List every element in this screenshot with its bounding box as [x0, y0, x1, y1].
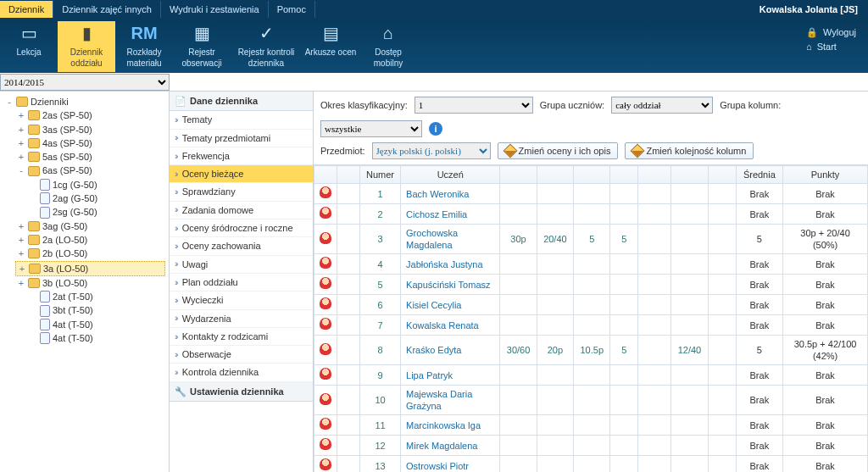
tab-wydruki[interactable]: Wydruki i zestawienia	[161, 1, 269, 18]
home-icon: ⌂	[806, 41, 812, 53]
col-grade	[708, 166, 736, 184]
year-row: 2014/2015	[0, 73, 868, 92]
year-select[interactable]: 2014/2015	[0, 74, 170, 91]
tree-item[interactable]: 1cg (G-50)	[27, 178, 165, 192]
table-row[interactable]: 11Marcinkowska IgaBrakBrak	[314, 415, 868, 436]
tree-item[interactable]: 4at (T-50)	[27, 318, 165, 331]
calendar-icon: ▦	[189, 21, 214, 45]
tool-rozkĺady[interactable]: RMRozkłady materiału	[115, 21, 173, 72]
mid-item[interactable]: ››Oceny bieżące	[170, 165, 313, 183]
tab-dziennik[interactable]: Dziennik	[0, 1, 53, 18]
chevron-right-icon: ››	[175, 277, 177, 288]
board-icon: ▭	[16, 21, 42, 45]
tree-item[interactable]: 4at (T-50)	[27, 331, 165, 345]
tree-root[interactable]: -Dzienniki	[3, 95, 165, 108]
chevron-right-icon: ››	[175, 132, 177, 143]
col-grade	[610, 166, 638, 184]
btn-zmien-oceny[interactable]: Zmień oceny i ich opis	[498, 142, 619, 159]
tree-item[interactable]: 3bt (T-50)	[27, 303, 165, 317]
grupa-kolumn-label: Grupa kolumn:	[720, 99, 781, 111]
student-icon	[320, 232, 331, 244]
mid-item[interactable]: ››Tematy	[170, 111, 313, 129]
chevron-right-icon: ››	[175, 258, 177, 269]
logout-link[interactable]: 🔒Wyloguj	[806, 26, 856, 38]
tool-lekcja[interactable]: ▭Lekcja	[0, 21, 58, 72]
table-row[interactable]: 7Kowalska RenataBrakBrak	[314, 315, 868, 336]
tree-item[interactable]: +4as (SP-50)	[15, 136, 165, 150]
tab-zajec[interactable]: Dziennik zajęć innych	[53, 1, 161, 18]
tool-mobilny[interactable]: ⌂Dostęp mobilny	[359, 21, 417, 72]
mid-item[interactable]: ››Plan oddziału	[170, 274, 313, 292]
mid-item[interactable]: ››Zadania domowe	[170, 202, 313, 219]
rm-icon: RM	[131, 21, 157, 45]
tool-dziennik-oddzialu[interactable]: ▮Dziennik oddziału	[58, 21, 115, 72]
mid-item[interactable]: ››Tematy przedmiotami	[170, 130, 313, 147]
tree-item[interactable]: -6as (SP-50)	[15, 164, 165, 177]
tool-rejestr-kontroli[interactable]: ✓Rejestr kontroli dziennika	[231, 21, 302, 72]
chevron-right-icon: ››	[175, 151, 177, 162]
tree-item[interactable]: +2as (SP-50)	[15, 108, 165, 122]
info-icon[interactable]: i	[429, 122, 442, 136]
table-row[interactable]: 6Kisiel CecyliaBrakBrak	[314, 295, 868, 315]
student-icon	[320, 207, 331, 219]
table-row[interactable]: 13Ostrowski PiotrBrakBrak	[314, 456, 868, 472]
book-icon: ▮	[74, 21, 99, 45]
student-icon	[320, 368, 331, 380]
table-row[interactable]: 4Jabłońska JustynaBrakBrak	[314, 254, 868, 275]
chevron-right-icon: ››	[175, 295, 177, 306]
col-srednia: Średnia	[736, 166, 783, 184]
table-row[interactable]: 2Cichosz EmiliaBrakBrak	[314, 204, 868, 225]
table-row[interactable]: 12Mirek MagdalenaBrakBrak	[314, 436, 868, 456]
mid-item[interactable]: ››Oceny zachowania	[170, 237, 313, 255]
lock-icon: 🔒	[806, 26, 818, 38]
tree-item[interactable]: +3ag (G-50)	[15, 219, 165, 233]
mid-item[interactable]: ››Sprawdziany	[170, 183, 313, 201]
mid-item[interactable]: ››Wydarzenia	[170, 310, 313, 328]
start-link[interactable]: ⌂Start	[806, 41, 856, 53]
col-grade	[638, 166, 671, 184]
tab-pomoc[interactable]: Pomoc	[269, 1, 315, 18]
mid-item[interactable]: ››Kontakty z rodzicami	[170, 328, 313, 346]
grupa-kolumn-select[interactable]: wszystkie	[320, 120, 422, 137]
okres-select[interactable]: 1	[415, 97, 533, 114]
btn-zmien-kolejnosc[interactable]: Zmień kolejność kolumn	[625, 142, 754, 159]
col-punkty: Punkty	[783, 166, 868, 184]
table-row[interactable]: 5Kapuściński TomaszBrakBrak	[314, 275, 868, 295]
tree-item[interactable]: +5as (SP-50)	[15, 150, 165, 164]
tree-item[interactable]: 2ag (G-50)	[27, 192, 165, 205]
tree-item[interactable]: 2sg (G-50)	[27, 205, 165, 219]
tree-item[interactable]: +2b (LO-50)	[15, 247, 165, 260]
mid-item[interactable]: ››Oceny śródroczne i roczne	[170, 219, 313, 237]
table-row[interactable]: 10Majewska Daria GrażynaBrakBrak	[314, 386, 868, 415]
chevron-right-icon: ››	[175, 169, 177, 180]
mid-item[interactable]: ››Frekwencja	[170, 147, 313, 165]
mid-item[interactable]: ››Obserwacje	[170, 346, 313, 364]
tree-item[interactable]: +3b (LO-50)	[15, 276, 165, 290]
chevron-right-icon: ››	[175, 204, 177, 215]
tree-item[interactable]: +3a (LO-50)	[15, 261, 165, 276]
mid-item[interactable]: ››Uwagi	[170, 256, 313, 274]
toolbar-right: 🔒Wyloguj ⌂Start	[806, 21, 868, 56]
table-row[interactable]: 1Bach WeronikaBrakBrak	[314, 184, 868, 204]
przedmiot-label: Przedmiot:	[320, 145, 365, 157]
chevron-right-icon: ››	[175, 313, 177, 324]
tool-rejestr-obserwacji[interactable]: ▦Rejestr obserwacji	[173, 21, 231, 72]
table-row[interactable]: 3Grochowska Magdalena30p20/4055530p + 20…	[314, 225, 868, 254]
student-icon	[320, 438, 331, 450]
section-dane[interactable]: 📄 Dane dziennika	[170, 92, 313, 111]
mid-item[interactable]: ››Wycieczki	[170, 292, 313, 309]
tree-item[interactable]: 2at (T-50)	[27, 290, 165, 303]
col-grade	[500, 166, 537, 184]
table-row[interactable]: 8Kraśko Edyta30/6020p10.5p512/40530.5p +…	[314, 336, 868, 365]
table-row[interactable]: 9Lipa PatrykBrakBrak	[314, 365, 868, 386]
pencil-icon	[503, 144, 517, 158]
chevron-right-icon: ››	[175, 367, 177, 378]
grupa-uczniow-select[interactable]: cały oddział	[611, 97, 713, 114]
tree-item[interactable]: +3as (SP-50)	[15, 123, 165, 136]
tree-item[interactable]: +2a (LO-50)	[15, 233, 165, 247]
tool-arkusze[interactable]: ▤Arkusze ocen	[302, 21, 359, 72]
section-ustawienia[interactable]: 🔧 Ustawienia dziennika	[170, 382, 313, 402]
przedmiot-select[interactable]: Język polski (j. polski)	[372, 142, 491, 159]
current-user: Kowalska Jolanta [JS]	[760, 3, 868, 15]
mid-item[interactable]: ››Kontrola dziennika	[170, 364, 313, 381]
